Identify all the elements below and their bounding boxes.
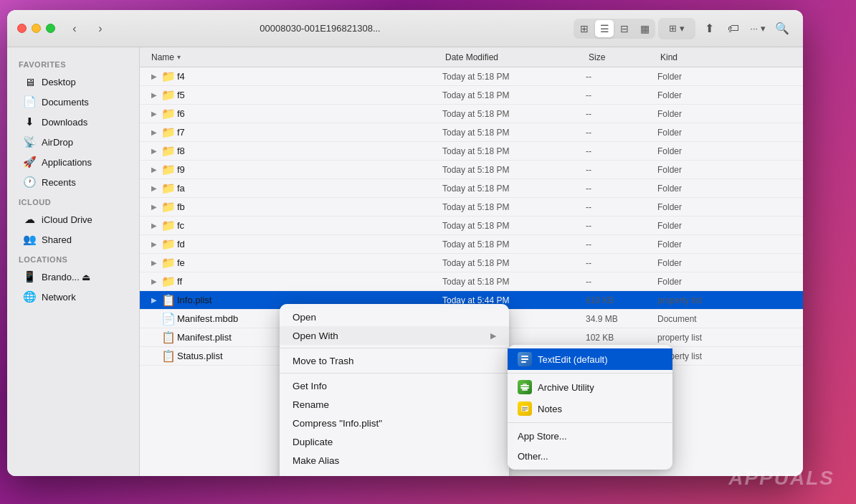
group-button[interactable]: ⊞ ▾ (658, 18, 695, 39)
expand-toggle[interactable]: ▶ (151, 91, 161, 99)
submenu-other[interactable]: Other... (508, 446, 672, 466)
sidebar-item-desktop[interactable]: 🖥 Desktop (11, 72, 135, 92)
submenu-app-store[interactable]: App Store... (508, 426, 672, 446)
submenu-archive-utility[interactable]: Archive Utility (508, 376, 672, 398)
file-size: -- (586, 239, 657, 249)
table-row[interactable]: ▶ 📁 f4 Today at 5:18 PM -- Folder (140, 67, 803, 86)
file-size: -- (586, 146, 657, 156)
sidebar-item-applications[interactable]: 🚀 Applications (11, 152, 135, 172)
expand-toggle[interactable]: ▶ (151, 166, 161, 173)
tag-button[interactable]: 🏷 (723, 18, 744, 39)
ctx-compress[interactable]: Compress "Info.plist" (280, 414, 509, 432)
table-row[interactable]: ▶ 📁 fe Today at 5:18 PM -- Folder (140, 254, 803, 272)
col-date-header[interactable]: Date Modified (445, 52, 589, 62)
table-row[interactable]: ▶ 📁 fd Today at 5:18 PM -- Folder (140, 235, 803, 254)
table-row[interactable]: ▶ 📁 fa Today at 5:18 PM -- Folder (140, 179, 803, 198)
expand-toggle[interactable]: ▶ (151, 147, 161, 155)
sidebar-item-downloads[interactable]: ⬇ Downloads (11, 112, 135, 132)
ctx-make-alias[interactable]: Make Alias (280, 451, 509, 470)
expand-toggle[interactable]: ▶ (151, 128, 161, 136)
expand-toggle[interactable]: ▶ (151, 296, 161, 304)
submenu-textedit[interactable]: TextEdit (default) (508, 348, 672, 370)
table-row[interactable]: ▶ 📁 ff Today at 5:18 PM -- Folder (140, 272, 803, 291)
file-kind: Folder (657, 258, 791, 268)
sidebar-item-device[interactable]: 📱 Brando... ⏏ (11, 267, 135, 287)
col-kind-header[interactable]: Kind (660, 52, 791, 62)
context-menu: Open Open With ▶ (280, 304, 509, 476)
sidebar-item-label: Desktop (42, 77, 76, 87)
sidebar-item-airdrop[interactable]: 📡 AirDrop (11, 132, 135, 152)
ctx-trash-label: Move to Trash (293, 356, 354, 366)
ctx-open-with[interactable]: Open With ▶ TextEdi (280, 326, 509, 345)
ctx-duplicate[interactable]: Duplicate (280, 432, 509, 451)
table-row[interactable]: ▶ 📁 f9 Today at 5:18 PM -- Folder (140, 161, 803, 179)
maximize-button[interactable] (46, 24, 55, 33)
close-button[interactable] (17, 24, 27, 33)
more-button[interactable]: ··· ▾ (747, 18, 769, 39)
title-bar: ‹ › 00008030-001E196821308... ⊞ ☰ ⊟ ▦ ⊞ … (7, 10, 803, 47)
ctx-quick-look[interactable]: Quick Look (280, 470, 509, 476)
search-button[interactable]: 🔍 (771, 18, 793, 39)
folder-icon: 📁 (161, 275, 176, 288)
table-row[interactable]: ▶ 📁 f6 Today at 5:18 PM -- Folder (140, 105, 803, 123)
view-list-btn[interactable]: ☰ (595, 20, 614, 37)
expand-toggle[interactable]: ▶ (151, 203, 161, 211)
sidebar-item-documents[interactable]: 📄 Documents (11, 92, 135, 112)
expand-toggle[interactable]: ▶ (151, 259, 161, 267)
table-row[interactable]: ▶ 📁 fb Today at 5:18 PM -- Folder (140, 198, 803, 217)
sidebar-item-network[interactable]: 🌐 Network (11, 287, 135, 307)
watermark: APPUALS (728, 467, 834, 490)
view-icon-btn[interactable]: ⊞ (575, 20, 594, 37)
table-row[interactable]: ▶ 📁 f7 Today at 5:18 PM -- Folder (140, 123, 803, 142)
file-size: -- (586, 277, 657, 287)
folder-icon: 📁 (161, 144, 176, 158)
sidebar-item-label: iCloud Drive (42, 214, 92, 225)
expand-toggle[interactable]: ▶ (151, 240, 161, 248)
textedit-app-icon (518, 352, 532, 366)
sidebar-item-recents[interactable]: 🕐 Recents (11, 172, 135, 192)
file-list-header: Name ▾ Date Modified Size Kind (140, 47, 803, 67)
file-name: f7 (177, 127, 442, 138)
col-name-header[interactable]: Name ▾ (151, 52, 445, 62)
expand-toggle[interactable]: ▶ (151, 184, 161, 192)
view-gallery-btn[interactable]: ▦ (635, 20, 654, 37)
file-kind: Folder (657, 239, 791, 249)
expand-toggle[interactable]: ▶ (151, 277, 161, 285)
ctx-compress-label: Compress "Info.plist" (293, 418, 382, 429)
folder-icon: 📁 (161, 125, 176, 139)
desktop-icon: 🖥 (23, 75, 36, 88)
file-date: Today at 5:18 PM (442, 109, 586, 119)
file-date: Today at 5:18 PM (442, 202, 586, 212)
archive-utility-label: Archive Utility (538, 382, 594, 393)
ctx-move-to-trash[interactable]: Move to Trash (280, 351, 509, 370)
submenu-notes[interactable]: Notes (508, 398, 672, 419)
svg-rect-4 (520, 387, 529, 389)
file-kind: property list (657, 295, 791, 305)
file-name: f6 (177, 108, 442, 119)
file-date: Today at 5:18 PM (442, 184, 586, 194)
file-name: fb (177, 201, 442, 212)
table-row[interactable]: ▶ 📁 fc Today at 5:18 PM -- Folder (140, 217, 803, 235)
ctx-rename[interactable]: Rename (280, 395, 509, 414)
main-content: Favorites 🖥 Desktop 📄 Documents ⬇ Downlo… (7, 47, 803, 476)
table-row[interactable]: ▶ 📁 f8 Today at 5:18 PM -- Folder (140, 142, 803, 161)
svg-rect-6 (522, 389, 528, 391)
expand-toggle[interactable]: ▶ (151, 72, 161, 80)
sidebar-item-icloud-drive[interactable]: ☁ iCloud Drive (11, 209, 135, 229)
file-icon: 📋 (161, 349, 176, 363)
expand-toggle[interactable]: ▶ (151, 110, 161, 118)
share-button[interactable]: ⬆ (698, 18, 720, 39)
ctx-get-info[interactable]: Get Info (280, 376, 509, 395)
table-row[interactable]: ▶ 📁 f5 Today at 5:18 PM -- Folder (140, 86, 803, 105)
svg-rect-8 (522, 407, 528, 408)
file-name: ff (177, 276, 442, 287)
view-columns-btn[interactable]: ⊟ (615, 20, 634, 37)
device-icon: 📱 (23, 270, 36, 283)
expand-toggle[interactable]: ▶ (151, 222, 161, 229)
file-date: Today at 5:18 PM (442, 90, 586, 100)
sidebar-item-shared[interactable]: 👥 Shared (11, 229, 135, 249)
col-size-header[interactable]: Size (589, 52, 660, 62)
minimize-button[interactable] (32, 24, 41, 33)
submenu-separator-2 (508, 422, 672, 423)
ctx-open[interactable]: Open (280, 308, 509, 326)
